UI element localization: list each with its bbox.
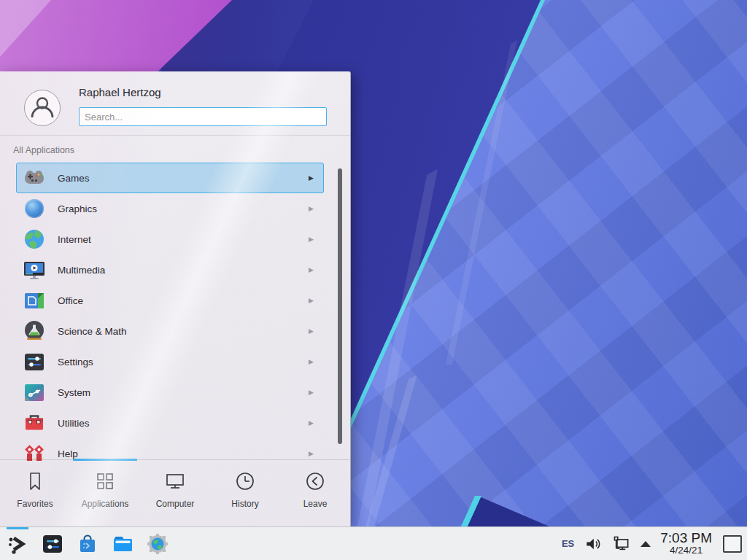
folder-icon [112,533,133,555]
menu-item-label: Science & Math [58,326,127,337]
submenu-arrow-icon: ▶ [309,205,314,212]
menu-item-graphics[interactable]: Graphics ▶ [16,193,324,224]
toolbox-icon [23,411,46,435]
menu-item-science-math[interactable]: Science & Math ▶ [16,316,324,346]
menu-item-label: Games [58,173,90,184]
desktop: Raphael Hertzog All Applications Games [0,0,747,560]
office-document-icon [23,289,46,312]
tab-applications[interactable]: Applications [70,460,140,526]
settings-sliders-icon [23,350,46,373]
discover-button[interactable] [76,532,99,556]
kickoff-icon [7,533,28,555]
web-browser-button[interactable] [146,532,169,556]
menu-item-utilities[interactable]: Utilities ▶ [16,408,324,438]
search-input[interactable] [79,107,327,126]
submenu-arrow-icon: ▶ [309,174,314,182]
menu-item-label: Graphics [58,203,97,214]
user-icon [26,91,59,125]
help-icon [23,442,46,461]
gamepad-icon [23,166,46,190]
tab-label: Favorites [17,499,53,509]
menu-item-label: Help [58,448,78,459]
submenu-arrow-icon: ▶ [309,419,314,427]
taskbar: ES [0,526,747,560]
volume-button[interactable] [584,534,603,553]
submenu-arrow-icon: ▶ [309,266,314,273]
history-clock-icon [234,470,256,492]
digital-clock[interactable]: 7:03 PM 4/24/21 [660,531,712,556]
menu-item-internet[interactable]: Internet ▶ [16,224,324,254]
menu-item-system[interactable]: System ▶ [16,377,324,408]
menu-item-label: Settings [58,357,93,368]
leave-icon [304,470,326,492]
expand-tray-button[interactable] [640,541,651,547]
tab-leave[interactable]: Leave [280,460,350,526]
menu-item-games[interactable]: Games ▶ [16,163,324,193]
menu-item-label: System [58,387,90,398]
tab-label: Computer [156,499,195,509]
caret-up-icon [640,541,651,547]
system-tray: ES [562,527,747,560]
submenu-arrow-icon: ▶ [309,236,314,243]
menu-item-help[interactable]: Help ▶ [16,438,324,461]
user-name: Raphael Hertzog [79,86,161,98]
menu-item-settings[interactable]: Settings ▶ [16,346,324,377]
media-monitor-icon [23,258,46,281]
tab-favorites[interactable]: Favorites [0,460,70,526]
science-flask-icon [23,319,46,343]
menu-item-multimedia[interactable]: Multimedia ▶ [16,254,324,285]
volume-icon [584,534,603,553]
app-grid-icon [94,470,116,492]
category-list: Games ▶ Graphics ▶ [0,163,350,461]
tab-computer[interactable]: Computer [140,460,210,526]
application-launcher-button[interactable] [6,532,29,556]
menu-item-office[interactable]: Office ▶ [16,285,324,316]
tab-history[interactable]: History [210,460,280,526]
clock-time: 7:03 PM [660,531,712,545]
paint-sphere-icon [23,197,46,220]
section-label: All Applications [13,145,74,155]
tab-label: History [231,499,258,509]
browser-globe-gear-icon [147,533,169,555]
show-desktop-button[interactable] [723,535,742,553]
tab-label: Leave [303,499,328,509]
submenu-arrow-icon: ▶ [309,389,314,396]
clock-date: 4/24/21 [670,545,703,556]
scrollbar-thumb[interactable] [338,168,342,444]
system-monitor-icon [23,381,46,404]
keyboard-layout-indicator[interactable]: ES [562,538,574,549]
launcher-header: Raphael Hertzog [0,72,350,136]
submenu-arrow-icon: ▶ [309,450,314,457]
menu-item-label: Utilities [58,418,90,429]
submenu-arrow-icon: ▶ [309,327,314,335]
submenu-arrow-icon: ▶ [309,297,314,304]
system-settings-button[interactable] [41,532,64,556]
globe-icon [23,228,46,251]
file-manager-button[interactable] [111,532,134,556]
bookmark-icon [24,470,46,492]
discover-bag-icon [77,533,98,555]
taskbar-apps [0,527,169,560]
menu-item-label: Internet [58,234,91,245]
launcher-tabbar: Favorites Applications Computer [0,459,350,526]
application-launcher-menu: Raphael Hertzog All Applications Games [0,71,351,526]
network-button[interactable] [612,534,631,553]
submenu-arrow-icon: ▶ [309,358,314,365]
computer-monitor-icon [164,470,186,492]
user-avatar[interactable] [24,90,61,126]
network-icon [612,534,631,553]
menu-item-label: Office [58,295,83,306]
menu-item-label: Multimedia [58,265,105,276]
system-settings-icon [42,533,63,555]
tab-label: Applications [82,499,129,509]
